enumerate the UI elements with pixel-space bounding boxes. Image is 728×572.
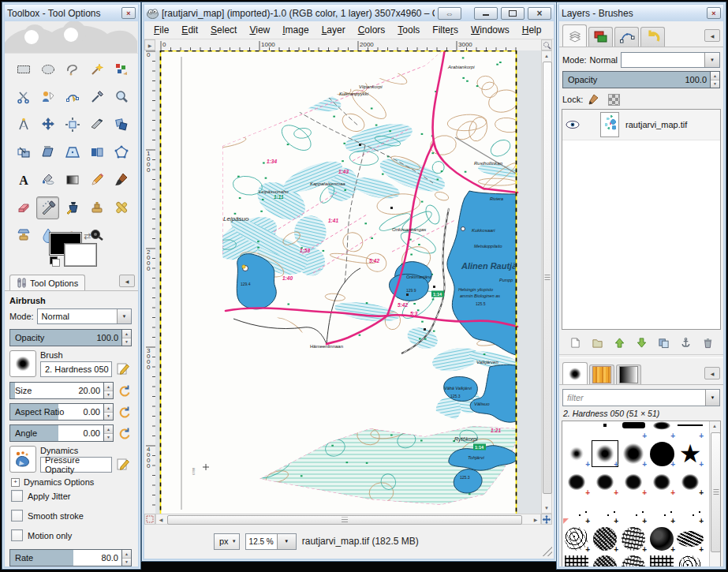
paint-mode-select[interactable]: Normal ▼ xyxy=(37,308,132,324)
brush-cell-speck[interactable]: + xyxy=(648,496,676,525)
tool-align[interactable] xyxy=(61,114,84,136)
scroll-up-icon[interactable]: ▲ xyxy=(542,51,551,61)
tool-blend[interactable] xyxy=(61,169,84,192)
tab-paths[interactable] xyxy=(614,27,639,47)
menu-filters[interactable]: Filters xyxy=(426,22,465,38)
brush-scroll-thumb[interactable] xyxy=(711,432,721,552)
horizontal-ruler[interactable]: 0100020003000 xyxy=(155,39,541,51)
brush-cell-blank[interactable] xyxy=(562,421,591,439)
menu-layer[interactable]: Layer xyxy=(315,22,352,38)
zoom-follow-button[interactable] xyxy=(541,39,552,50)
zoom-level-select[interactable]: 12.5 % ▼ xyxy=(245,533,297,550)
tool-free-select[interactable] xyxy=(61,58,84,81)
toolbox-titlebar[interactable]: Toolbox - Tool Options × xyxy=(5,5,138,21)
tab-patterns[interactable] xyxy=(589,365,614,384)
quickmask-toggle-button[interactable] xyxy=(144,514,155,525)
ruler-corner-button[interactable]: ▶ xyxy=(144,39,155,50)
brush-scrollbar[interactable]: ▲ ▼ xyxy=(709,421,720,566)
scroll-down-icon[interactable]: ▼ xyxy=(542,503,551,513)
opacity-slider[interactable]: Opacity 100.0 xyxy=(9,329,122,346)
brush-cell-net[interactable]: + xyxy=(562,525,591,553)
tool-crop[interactable] xyxy=(85,114,108,136)
brush-filter-input[interactable]: filter ▼ xyxy=(562,389,720,406)
brush-cell-chalk[interactable]: + xyxy=(648,468,676,496)
spinner[interactable]: ▲▼ xyxy=(104,424,114,442)
brush-cell-chalk[interactable]: + xyxy=(591,468,619,496)
collapse-arrow-button[interactable]: ◀ xyxy=(704,367,720,379)
unit-select[interactable]: px ▼ xyxy=(214,533,240,550)
brush-cell-chalk[interactable]: + xyxy=(676,468,704,496)
tool-eraser[interactable] xyxy=(12,196,35,219)
brush-cell-net[interactable] xyxy=(676,553,704,566)
brush-name-field[interactable]: 2. Hardness 050 xyxy=(40,361,112,377)
edit-dynamics-button[interactable] xyxy=(114,455,132,473)
brush-cell-chalk[interactable]: + xyxy=(562,468,591,496)
brush-cell-bar[interactable]: + xyxy=(619,421,648,439)
title-extra-button[interactable]: ⇔ xyxy=(438,7,461,20)
checkbox-motion-only[interactable] xyxy=(11,529,23,541)
tool-flip[interactable] xyxy=(85,141,108,164)
tool-cage-transform[interactable] xyxy=(110,141,133,164)
brush-cell-speck[interactable]: + xyxy=(619,496,648,525)
vertical-scrollbar[interactable]: ▲ ▼ xyxy=(541,50,552,514)
reset-button[interactable] xyxy=(116,404,132,420)
scroll-left-icon[interactable]: ◀ xyxy=(156,514,166,524)
collapse-arrow-button[interactable]: ◀ xyxy=(704,29,720,42)
tab-gradients[interactable] xyxy=(616,365,641,384)
background-color-swatch[interactable] xyxy=(65,244,96,266)
tool-scale[interactable] xyxy=(12,141,35,164)
lower-layer-button[interactable] xyxy=(632,334,651,351)
tab-channels[interactable] xyxy=(588,27,613,47)
brush-cell-noise[interactable]: + xyxy=(591,525,619,553)
image-viewport[interactable]: ArabiankorpiViipankorpiKulmanpyykkiRusth… xyxy=(155,50,541,514)
tool-foreground-select[interactable] xyxy=(36,86,59,109)
tool-rect-select[interactable] xyxy=(12,58,35,81)
menu-file[interactable]: File xyxy=(147,22,175,38)
brush-cell-swirl[interactable]: + xyxy=(648,525,676,553)
tool-text[interactable]: A xyxy=(12,169,35,192)
image-titlebar[interactable]: [rautjarvi_map] (imported)-1.0 (RGB colo… xyxy=(144,5,554,21)
brush-cell-grid2[interactable] xyxy=(562,553,591,566)
tab-undo-history[interactable] xyxy=(640,27,665,47)
brush-cell-soft3[interactable]: + xyxy=(619,439,648,468)
menu-select[interactable]: Select xyxy=(204,22,243,38)
menu-windows[interactable]: Windows xyxy=(465,22,516,38)
spinner[interactable]: ▲▼ xyxy=(104,403,114,421)
default-colors-icon[interactable] xyxy=(50,256,60,267)
opacity-spinner[interactable]: ▲▼ xyxy=(122,329,132,346)
tool-pencil[interactable] xyxy=(85,169,108,192)
brush-cell-star[interactable]: ★+ xyxy=(676,439,704,468)
rate-slider[interactable]: Rate 80.0 xyxy=(9,549,122,566)
tool-clone[interactable] xyxy=(85,196,108,219)
dynamics-thumbnail-button[interactable] xyxy=(9,446,36,473)
tool-move[interactable] xyxy=(36,114,59,136)
visibility-eye-icon[interactable] xyxy=(566,120,580,129)
menu-view[interactable]: View xyxy=(243,22,276,38)
tool-fuzzy-select[interactable] xyxy=(85,58,108,81)
brush-cell-ohatch[interactable]: + xyxy=(676,525,704,553)
tool-select-by-color[interactable] xyxy=(110,58,133,81)
dynamics-options-expander[interactable]: + Dynamics Options xyxy=(11,477,132,487)
menu-colors[interactable]: Colors xyxy=(352,22,392,38)
brush-cell-soft2[interactable]: + xyxy=(591,439,619,468)
layer-mode-select[interactable]: ▼ xyxy=(621,52,720,68)
minimize-button[interactable] xyxy=(474,7,498,20)
tab-tool-options[interactable]: Tool Options xyxy=(9,275,85,290)
vscroll-thumb[interactable] xyxy=(543,62,552,494)
angle-slider[interactable]: Angle0.00 xyxy=(9,424,104,442)
swap-colors-icon[interactable]: ⇄ xyxy=(84,231,91,241)
layers-titlebar[interactable]: Layers - Brushes × xyxy=(559,5,723,21)
menu-image[interactable]: Image xyxy=(276,22,315,38)
layer-row[interactable]: rautjarvi_map.tif xyxy=(562,110,720,140)
menu-help[interactable]: Help xyxy=(516,22,548,38)
maximize-button[interactable] xyxy=(501,7,525,20)
vertical-ruler[interactable]: 01000200030004000 xyxy=(144,50,156,514)
delete-layer-button[interactable] xyxy=(698,334,717,351)
menu-edit[interactable]: Edit xyxy=(175,22,204,38)
layers-close-button[interactable]: × xyxy=(707,7,721,19)
layer-opacity-slider[interactable]: Opacity 100.0 xyxy=(562,71,711,88)
brush-cell-soft1[interactable]: + xyxy=(562,439,591,468)
brush-cell-dotnet[interactable] xyxy=(619,553,648,566)
aspect-ratio-slider[interactable]: Aspect Ratio0.00 xyxy=(9,403,104,421)
toolbox-close-button[interactable]: × xyxy=(121,7,136,19)
